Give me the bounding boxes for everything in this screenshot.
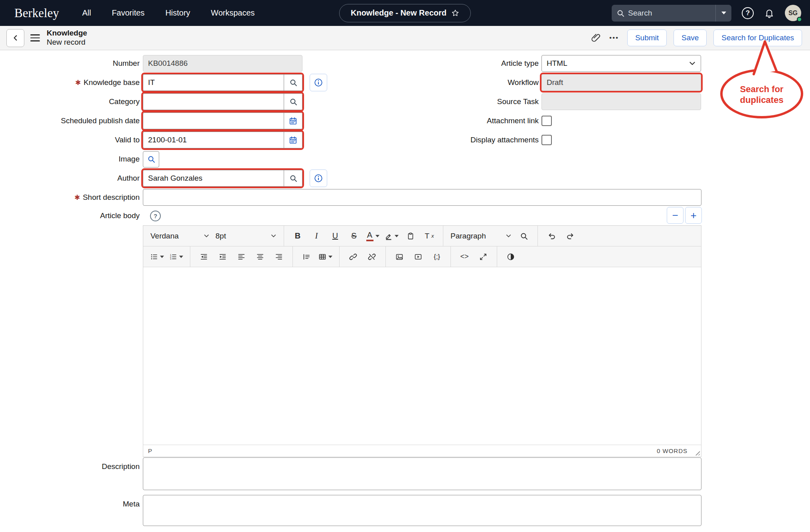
numbered-list-button[interactable]: 123 (167, 248, 185, 265)
paragraph-format-select[interactable]: Paragraph (448, 228, 514, 244)
editor-grow-button[interactable]: + (685, 207, 702, 224)
text-color-button[interactable]: A (364, 228, 381, 244)
context-menu-icon[interactable] (30, 34, 40, 41)
article-body-help-button[interactable]: ? (150, 211, 161, 221)
insert-media-button[interactable] (409, 248, 427, 265)
fullscreen-button[interactable] (474, 248, 492, 265)
description-field[interactable] (143, 457, 701, 490)
valid-to-field[interactable] (143, 132, 284, 148)
code-sample-button[interactable]: {;} (428, 248, 446, 265)
valid-to-calendar-button[interactable] (284, 132, 302, 148)
star-icon[interactable] (451, 9, 459, 17)
nav-all[interactable]: All (82, 8, 91, 18)
avatar[interactable]: SG (785, 5, 801, 21)
nav-history[interactable]: History (165, 8, 190, 18)
word-count: 0 WORDS (657, 447, 696, 454)
author-info-button[interactable] (310, 169, 327, 187)
paste-button[interactable] (402, 228, 419, 244)
attachment-link-checkbox[interactable] (541, 116, 552, 126)
clear-formatting-button[interactable]: Tx (421, 228, 438, 244)
align-right-icon (275, 253, 283, 261)
editor-status-bar: P 0 WORDS (143, 445, 701, 457)
search-for-duplicates-button[interactable]: Search for Duplicates (713, 30, 802, 46)
search-scope-dropdown[interactable] (715, 5, 731, 22)
short-description-label: ✱ Short description (0, 193, 140, 202)
bullet-list-button[interactable] (148, 248, 166, 265)
author-field[interactable] (143, 170, 284, 186)
contrast-button[interactable] (502, 248, 520, 265)
berkeley-logo[interactable]: Berkeley (14, 6, 59, 20)
element-path[interactable]: P (148, 447, 152, 454)
workflow-field-highlight (541, 74, 701, 91)
editor-shrink-button[interactable]: − (667, 207, 684, 224)
font-size-select[interactable]: 8pt (213, 228, 279, 244)
category-field[interactable] (143, 94, 284, 110)
article-body-label: Article body (0, 211, 140, 220)
undo-button[interactable] (543, 228, 560, 244)
table-button[interactable] (316, 248, 334, 265)
nav-workspaces[interactable]: Workspaces (211, 8, 255, 18)
source-task-field[interactable] (542, 97, 701, 106)
indent-button[interactable] (214, 248, 231, 265)
search-input[interactable] (628, 9, 715, 18)
workflow-field[interactable] (542, 78, 701, 87)
italic-button[interactable]: I (308, 228, 325, 244)
insert-link-button[interactable] (344, 248, 362, 265)
editor-content-area[interactable] (143, 267, 701, 445)
scheduled-publish-date-calendar-button[interactable] (284, 113, 302, 129)
number-field[interactable] (143, 59, 302, 68)
form-actions: ••• Submit Save Search for Duplicates (591, 30, 804, 46)
underline-button[interactable]: U (326, 228, 344, 244)
outdent-button[interactable] (195, 248, 213, 265)
scheduled-publish-date-field[interactable] (143, 113, 284, 129)
submit-button[interactable]: Submit (627, 30, 667, 46)
align-center-button[interactable] (251, 248, 269, 265)
numbered-list-icon: 123 (169, 253, 177, 261)
notifications-button[interactable] (764, 8, 774, 18)
insert-image-button[interactable] (391, 248, 408, 265)
global-search (612, 5, 731, 22)
undo-redo-group (538, 226, 584, 246)
align-right-button[interactable] (270, 248, 288, 265)
knowledge-base-row: ✱ Knowledge base (0, 73, 327, 92)
info-icon (314, 78, 323, 87)
record-title-pill[interactable]: Knowledge - New Record (339, 4, 471, 22)
image-lookup-button[interactable] (143, 151, 159, 167)
meta-field[interactable] (143, 495, 701, 526)
highlight-color-button[interactable] (383, 228, 401, 244)
save-button[interactable]: Save (674, 30, 707, 46)
article-type-value: HTML (547, 59, 567, 68)
more-actions-button[interactable]: ••• (608, 34, 620, 42)
source-code-button[interactable]: <> (456, 248, 473, 265)
category-field-highlight (143, 93, 302, 110)
knowledge-base-field[interactable] (143, 75, 284, 91)
source-task-label: Source Task (404, 97, 539, 106)
font-family-select[interactable]: Verdana (148, 228, 212, 244)
category-lookup-button[interactable] (284, 94, 302, 110)
link-icon (349, 253, 357, 261)
article-body-editor: Verdana 8pt B I U S A (143, 225, 701, 457)
chevron-down-icon (689, 60, 696, 67)
knowledge-base-info-button[interactable] (310, 74, 327, 91)
find-replace-button[interactable] (515, 228, 533, 244)
presence-dot (797, 17, 802, 22)
strikethrough-button[interactable]: S (345, 228, 363, 244)
display-attachments-checkbox[interactable] (541, 135, 552, 145)
help-button[interactable]: ? (742, 7, 754, 19)
source-code-icon: <> (460, 252, 468, 261)
description-label: Description (0, 457, 140, 471)
author-lookup-button[interactable] (284, 170, 302, 186)
align-left-button[interactable] (233, 248, 250, 265)
attachment-button[interactable] (591, 33, 601, 43)
remove-link-button[interactable] (363, 248, 381, 265)
nav-favorites[interactable]: Favorites (112, 8, 144, 18)
knowledge-base-lookup-button[interactable] (284, 75, 302, 91)
bold-button[interactable]: B (289, 228, 306, 244)
search-icon (147, 155, 155, 163)
redo-button[interactable] (561, 228, 579, 244)
blockquote-button[interactable] (298, 248, 315, 265)
image-icon (395, 253, 403, 261)
back-button[interactable] (6, 29, 24, 47)
short-description-field[interactable] (143, 189, 701, 206)
article-type-select[interactable]: HTML (541, 55, 701, 72)
